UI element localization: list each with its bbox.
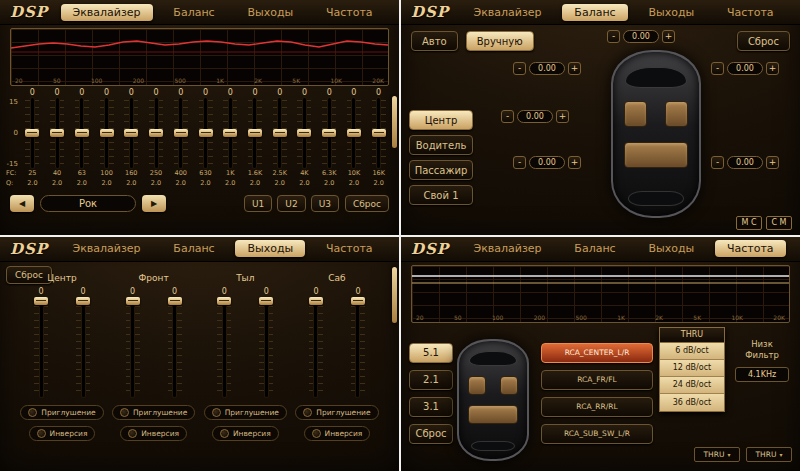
increase-button[interactable]: + — [766, 62, 779, 75]
eq-slider-knob[interactable] — [50, 129, 64, 137]
tab-frequency[interactable]: Частота — [715, 240, 786, 257]
eq-band-slider[interactable] — [372, 98, 386, 168]
eq-band-slider[interactable] — [124, 98, 138, 168]
eq-slider-knob[interactable] — [322, 129, 336, 137]
output-slider-knob[interactable] — [259, 297, 273, 305]
scroll-indicator[interactable] — [392, 267, 397, 323]
output-slider[interactable]: 0 — [168, 287, 182, 397]
tab-outputs[interactable]: Выходы — [235, 240, 305, 257]
eq-band-slider[interactable] — [297, 98, 311, 168]
output-slider-track[interactable] — [259, 297, 273, 397]
output-slider-knob[interactable] — [34, 297, 48, 305]
tab-frequency[interactable]: Частота — [314, 240, 385, 257]
slope-option[interactable]: 6 dB/oct — [660, 343, 724, 360]
eq-slider-knob[interactable] — [297, 129, 311, 137]
increase-button[interactable]: + — [556, 110, 569, 123]
slope-option[interactable]: 36 dB/oct — [660, 394, 724, 411]
eq-band-slider[interactable] — [25, 98, 39, 168]
mute-toggle[interactable]: Приглушение — [112, 405, 195, 420]
tab-outputs[interactable]: Выходы — [636, 4, 706, 21]
mode-button-2-1[interactable]: 2.1 — [409, 370, 453, 390]
eq-band-slider[interactable] — [273, 98, 287, 168]
tab-balance[interactable]: Баланс — [562, 4, 627, 21]
slope-select-current[interactable]: THRU — [659, 327, 725, 343]
eq-band-slider[interactable] — [100, 98, 114, 168]
output-slider[interactable]: 0 — [126, 287, 140, 397]
tab-outputs[interactable]: Выходы — [636, 240, 706, 257]
output-slider[interactable]: 0 — [217, 287, 231, 397]
slope-option[interactable]: 24 dB/oct — [660, 377, 724, 394]
channel-button[interactable]: RCA_FR/FL — [541, 370, 653, 390]
eq-band-slider[interactable] — [248, 98, 262, 168]
eq-slider-knob[interactable] — [100, 129, 114, 137]
eq-band-slider[interactable] — [322, 98, 336, 168]
slope-select[interactable]: THRU▾ — [746, 447, 792, 462]
mute-toggle[interactable]: Приглушение — [295, 405, 378, 420]
memory-button-u3[interactable]: U3 — [311, 195, 339, 212]
mc-button[interactable]: M C — [736, 216, 762, 230]
balance-reset-button[interactable]: Сброс — [737, 31, 790, 51]
tab-equalizer[interactable]: Эквалайзер — [462, 240, 554, 257]
preset-prev-button[interactable]: ◀ — [10, 195, 34, 212]
eq-slider-knob[interactable] — [372, 129, 386, 137]
eq-reset-button[interactable]: Сброс — [345, 195, 389, 212]
eq-slider-knob[interactable] — [25, 129, 39, 137]
eq-slider-knob[interactable] — [75, 129, 89, 137]
output-slider[interactable]: 0 — [309, 287, 323, 397]
eq-slider-knob[interactable] — [199, 129, 213, 137]
position-button[interactable]: Пассажир — [409, 160, 473, 180]
eq-slider-knob[interactable] — [248, 129, 262, 137]
tab-equalizer[interactable]: Эквалайзер — [61, 240, 153, 257]
slope-option[interactable]: 12 dB/oct — [660, 360, 724, 377]
mode-button-5-1[interactable]: 5.1 — [409, 343, 453, 363]
decrease-button[interactable]: - — [711, 62, 724, 75]
eq-band-slider[interactable] — [347, 98, 361, 168]
output-slider-track[interactable] — [309, 297, 323, 397]
decrease-button[interactable]: - — [501, 110, 514, 123]
output-slider-knob[interactable] — [351, 297, 365, 305]
invert-toggle[interactable]: Инверсия — [120, 426, 187, 441]
mute-toggle[interactable]: Приглушение — [20, 405, 103, 420]
output-slider[interactable]: 0 — [351, 287, 365, 397]
tab-equalizer[interactable]: Эквалайзер — [462, 4, 554, 21]
eq-slider-knob[interactable] — [223, 129, 237, 137]
eq-slider-knob[interactable] — [273, 129, 287, 137]
increase-button[interactable]: + — [766, 156, 779, 169]
tab-frequency[interactable]: Частота — [715, 4, 786, 21]
cm-button[interactable]: C M — [766, 216, 792, 230]
output-slider[interactable]: 0 — [34, 287, 48, 397]
memory-button-u2[interactable]: U2 — [277, 195, 305, 212]
eq-band-slider[interactable] — [75, 98, 89, 168]
output-slider-knob[interactable] — [76, 297, 90, 305]
channel-button[interactable]: RCA_CENTER_L/R — [541, 343, 653, 363]
channel-button[interactable]: RCA_RR/RL — [541, 397, 653, 417]
tab-balance[interactable]: Баланс — [161, 240, 226, 257]
output-slider-track[interactable] — [126, 297, 140, 397]
output-slider-track[interactable] — [217, 297, 231, 397]
decrease-button[interactable]: - — [711, 156, 724, 169]
invert-toggle[interactable]: Инверсия — [212, 426, 279, 441]
eq-band-slider[interactable] — [149, 98, 163, 168]
decrease-button[interactable]: - — [513, 62, 526, 75]
increase-button[interactable]: + — [568, 62, 581, 75]
output-slider-track[interactable] — [76, 297, 90, 397]
output-slider-knob[interactable] — [168, 297, 182, 305]
position-button[interactable]: Водитель — [409, 135, 473, 155]
preset-next-button[interactable]: ▶ — [142, 195, 166, 212]
auto-button[interactable]: Авто — [411, 31, 458, 51]
decrease-button[interactable]: - — [513, 156, 526, 169]
eq-band-slider[interactable] — [223, 98, 237, 168]
tab-equalizer[interactable]: Эквалайзер — [61, 4, 153, 21]
increase-button[interactable]: + — [568, 156, 581, 169]
output-slider-knob[interactable] — [309, 297, 323, 305]
eq-slider-knob[interactable] — [347, 129, 361, 137]
channel-button[interactable]: RCA_SUB_SW_L/R — [541, 424, 653, 444]
slope-select[interactable]: THRU▾ — [694, 447, 740, 462]
manual-button[interactable]: Вручную — [466, 31, 534, 51]
eq-slider-knob[interactable] — [149, 129, 163, 137]
invert-toggle[interactable]: Инверсия — [29, 426, 96, 441]
eq-slider-knob[interactable] — [124, 129, 138, 137]
output-slider[interactable]: 0 — [259, 287, 273, 397]
output-slider-track[interactable] — [168, 297, 182, 397]
position-button[interactable]: Центр — [409, 110, 473, 130]
